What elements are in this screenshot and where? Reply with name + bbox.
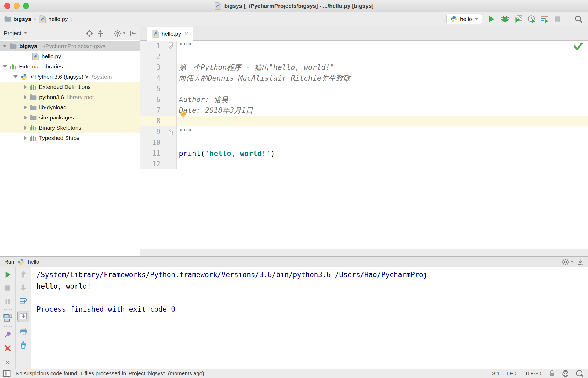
search-button-icon[interactable]: [575, 15, 583, 23]
fold-open-icon[interactable]: [165, 41, 177, 51]
print-icon[interactable]: [19, 328, 27, 336]
code-text[interactable]: [177, 137, 588, 148]
tree-item-python3-6[interactable]: python3.6library root: [0, 92, 140, 102]
caret-position-widget[interactable]: 8:1: [492, 370, 500, 377]
breadcrumb-hello-py[interactable]: hello.py: [39, 15, 68, 23]
code-text[interactable]: [177, 116, 588, 126]
scroll-to-end-button[interactable]: [17, 311, 29, 322]
gutter-line-number[interactable]: 5: [140, 83, 165, 94]
console-line: Process finished with exit code 0: [37, 304, 588, 315]
code-text[interactable]: Author: 骆昊: [177, 94, 588, 105]
run-toolbar: hello: [446, 14, 583, 24]
chevron-down-icon[interactable]: [3, 45, 7, 48]
project-settings-button[interactable]: [114, 30, 125, 37]
chevron-down-icon[interactable]: [24, 32, 27, 34]
rerun-button-icon[interactable]: [4, 271, 12, 279]
gutter-line-number[interactable]: 3: [140, 62, 165, 73]
event-log-icon[interactable]: [576, 370, 583, 377]
chevron-right-icon[interactable]: [24, 136, 27, 140]
stop-button-icon[interactable]: [554, 15, 561, 23]
concurrency-button-icon[interactable]: [541, 15, 549, 23]
line-separator-widget[interactable]: LF↕: [507, 370, 516, 377]
intention-bulb-icon[interactable]: [179, 110, 187, 119]
tree-item-lib-dynload[interactable]: lib-dynload: [0, 102, 140, 112]
fold-gutter: [165, 94, 177, 105]
tree-item-extended-definitions[interactable]: Extended Definitions: [0, 82, 140, 92]
editor-scrollbar-track[interactable]: [140, 249, 588, 256]
tree-item-external-libraries[interactable]: External Libraries: [0, 61, 140, 72]
run-panel-config-label[interactable]: hello: [28, 259, 39, 265]
breadcrumb-bigsys[interactable]: bigsys: [4, 16, 31, 22]
next-occurrence-icon[interactable]: [20, 284, 27, 291]
restore-layout-button-icon[interactable]: [3, 314, 12, 322]
soft-wrap-icon[interactable]: [19, 297, 27, 305]
zoom-window-button[interactable]: [23, 3, 29, 9]
folder-icon: [4, 16, 11, 22]
python-icon: [450, 16, 458, 23]
chevron-right-icon[interactable]: [24, 126, 27, 130]
code-text[interactable]: print('hello, world!'): [177, 148, 588, 159]
pin-tab-button-icon[interactable]: [4, 331, 12, 339]
debug-button-icon[interactable]: [501, 15, 509, 23]
code-text[interactable]: """: [177, 41, 588, 51]
stop-button-icon[interactable]: [4, 284, 12, 292]
tree-item-binary-skeletons[interactable]: Binary Skeletons: [0, 123, 140, 133]
code-text[interactable]: [177, 51, 588, 62]
unlock-icon[interactable]: [549, 370, 555, 377]
tree-item-typeshed-stubs[interactable]: Typeshed Stubs: [0, 133, 140, 143]
hide-panel-icon[interactable]: [129, 30, 136, 37]
code-text[interactable]: """: [177, 126, 588, 137]
encoding-widget[interactable]: UTF-8↕: [523, 370, 542, 377]
editor-tab-hello-py[interactable]: hello.py ×: [147, 27, 193, 41]
run-panel-settings-button[interactable]: [562, 258, 574, 266]
tree-item-python-3-6-bigsys[interactable]: < Python 3.6 (bigsys) >/System: [0, 72, 140, 82]
close-tab-icon[interactable]: ×: [184, 30, 188, 37]
code-text[interactable]: Date: 2018年3月1日: [177, 105, 588, 116]
clear-all-icon[interactable]: [20, 341, 27, 349]
gutter-line-number[interactable]: 2: [140, 51, 165, 62]
code-token: Date: 2018年3月1日: [179, 106, 253, 115]
pyfile-icon: [32, 53, 39, 60]
collapse-all-icon[interactable]: [97, 30, 104, 37]
chevron-right-icon[interactable]: [24, 95, 27, 99]
tree-item-site-packages[interactable]: site-packages: [0, 112, 140, 123]
coverage-button-icon[interactable]: [514, 15, 522, 23]
tree-item-bigsys[interactable]: bigsys~/PycharmProjects/bigsys: [0, 41, 140, 51]
run-button-icon[interactable]: [488, 15, 496, 23]
code-editor[interactable]: 1"""23第一个Python程序 - 输出"hello, world!"4向伟…: [140, 41, 588, 249]
project-view-title[interactable]: Project: [4, 30, 21, 37]
gutter-line-number[interactable]: 12: [140, 159, 165, 169]
gutter-line-number[interactable]: 6: [140, 94, 165, 105]
gutter-line-number[interactable]: 4: [140, 73, 165, 83]
gutter-line-number[interactable]: 7: [140, 105, 165, 116]
locate-icon[interactable]: [86, 30, 93, 37]
chevron-right-icon[interactable]: [24, 85, 27, 89]
close-button-icon[interactable]: [4, 344, 12, 352]
pause-button-icon[interactable]: [4, 297, 12, 305]
close-window-button[interactable]: [4, 3, 10, 9]
prev-occurrence-icon[interactable]: [20, 271, 27, 278]
chevron-right-icon[interactable]: [24, 115, 27, 120]
profiler-button-icon[interactable]: [528, 15, 536, 23]
code-text[interactable]: [177, 83, 588, 94]
tool-window-switcher-icon[interactable]: [3, 370, 11, 377]
show-more-icon[interactable]: »: [6, 358, 10, 366]
gutter-line-number[interactable]: 10: [140, 137, 165, 148]
code-text[interactable]: 第一个Python程序 - 输出"hello, world!": [177, 62, 588, 73]
folder-icon: [30, 104, 37, 110]
gutter-line-number[interactable]: 9: [140, 126, 165, 137]
chevron-right-icon[interactable]: [24, 105, 27, 110]
chevron-down-icon[interactable]: [13, 75, 18, 78]
fold-close-icon[interactable]: [165, 126, 177, 137]
gutter-line-number[interactable]: 11: [140, 148, 165, 159]
gutter-line-number[interactable]: 1: [140, 41, 165, 51]
run-configuration-select[interactable]: hello: [446, 14, 482, 24]
inspections-profile-icon[interactable]: [562, 370, 569, 377]
code-text[interactable]: 向伟大的Dennis MacAlistair Ritchie先生致敬: [177, 73, 588, 83]
hide-panel-icon[interactable]: [577, 259, 584, 266]
chevron-down-icon[interactable]: [3, 65, 7, 68]
gutter-line-number[interactable]: 8: [140, 116, 165, 126]
code-text[interactable]: [177, 159, 588, 169]
minimize-window-button[interactable]: [14, 3, 20, 9]
tree-item-hello-py[interactable]: hello.py: [0, 51, 140, 61]
